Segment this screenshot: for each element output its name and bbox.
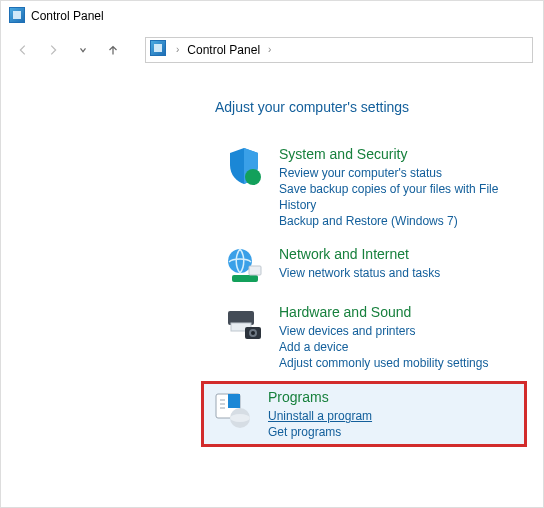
svg-point-0 [245,169,261,185]
control-panel-icon [9,7,25,26]
chevron-right-icon: › [176,44,179,55]
printer-camera-icon [223,303,265,345]
link-add-device[interactable]: Add a device [279,339,488,355]
programs-icon [212,388,254,430]
forward-button[interactable] [41,36,65,64]
breadcrumb[interactable]: › Control Panel › [145,37,533,63]
link-mobility-settings[interactable]: Adjust commonly used mobility settings [279,355,488,371]
category-title[interactable]: Network and Internet [279,245,440,263]
category-programs-highlighted: Programs Uninstall a program Get program… [201,381,527,447]
svg-point-8 [251,331,255,335]
category-title[interactable]: System and Security [279,145,525,163]
page-title: Adjust your computer's settings [215,99,533,115]
titlebar: Control Panel [1,1,543,31]
recent-locations-dropdown[interactable] [71,36,95,64]
chevron-right-icon: › [268,44,271,55]
back-button[interactable] [11,36,35,64]
shield-icon [223,145,265,187]
category-hardware-sound: Hardware and Sound View devices and prin… [215,297,533,381]
link-devices-printers[interactable]: View devices and printers [279,323,488,339]
link-backup-restore[interactable]: Backup and Restore (Windows 7) [279,213,525,229]
breadcrumb-item[interactable]: Control Panel [187,43,260,57]
control-panel-icon [150,40,166,59]
category-title[interactable]: Hardware and Sound [279,303,488,321]
globe-network-icon [223,245,265,287]
content-area: Adjust your computer's settings System a… [1,69,543,457]
category-system-security: System and Security Review your computer… [215,139,533,239]
link-get-programs[interactable]: Get programs [268,424,372,440]
category-programs: Programs Uninstall a program Get program… [212,388,518,440]
svg-rect-2 [232,275,258,282]
svg-rect-10 [228,394,240,408]
up-button[interactable] [101,36,125,64]
svg-rect-3 [249,266,261,275]
svg-point-15 [230,414,250,422]
link-uninstall-program[interactable]: Uninstall a program [268,408,372,424]
category-title[interactable]: Programs [268,388,372,406]
link-network-status[interactable]: View network status and tasks [279,265,440,281]
window-title: Control Panel [31,9,104,23]
navbar: › Control Panel › [1,31,543,69]
category-list: System and Security Review your computer… [215,139,533,447]
link-file-history[interactable]: Save backup copies of your files with Fi… [279,181,525,213]
category-network-internet: Network and Internet View network status… [215,239,533,297]
link-review-status[interactable]: Review your computer's status [279,165,525,181]
